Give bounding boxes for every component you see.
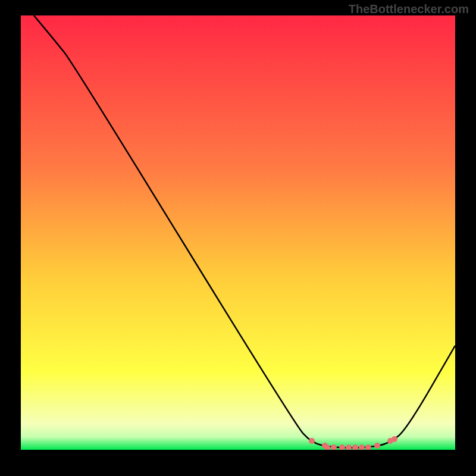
- source-attribution: TheBottlenecker.com: [349, 2, 469, 16]
- gradient-background: [21, 15, 455, 450]
- svg-rect-0: [21, 15, 455, 450]
- chart-container: [21, 15, 455, 450]
